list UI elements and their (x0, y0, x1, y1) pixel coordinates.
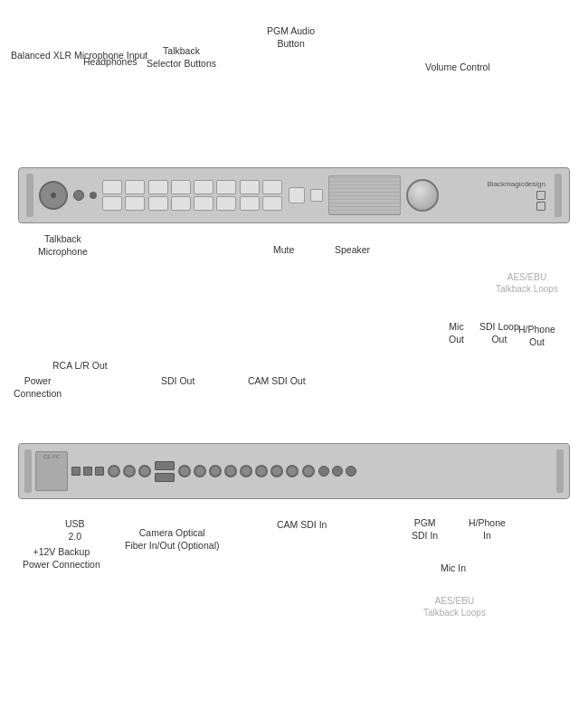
label-mute: Mute (273, 244, 294, 255)
label-plus12v: +12V BackupPower Connection (23, 546, 100, 571)
pgm-button[interactable] (289, 187, 305, 203)
bnc-group-1 (108, 465, 151, 477)
talkback-btn-3[interactable] (148, 180, 168, 194)
diagram-container: Balanced XLR Microphone Input Headphones… (0, 0, 588, 718)
optical-ports (155, 461, 175, 482)
front-panel: Blackmagicdesign (18, 167, 570, 223)
brand-logo: Blackmagicdesign (488, 180, 545, 188)
talkback-btn-9[interactable] (102, 196, 122, 211)
cam-bnc-6[interactable] (255, 465, 268, 477)
talkback-btn-12[interactable] (171, 196, 191, 211)
label-speaker: Speaker (335, 244, 370, 255)
label-pgm-sdi-in: PGMSDI In (412, 517, 438, 542)
port-3[interactable] (95, 467, 104, 476)
right-bracket (555, 174, 562, 217)
logo-area: Blackmagicdesign (444, 180, 549, 211)
hphone-in-jack[interactable] (318, 466, 329, 477)
rear-left-bracket (24, 449, 32, 493)
talkback-btn-14[interactable] (216, 196, 236, 211)
cam-bnc-2[interactable] (194, 465, 206, 477)
cam-bnc-4[interactable] (224, 465, 237, 477)
talkback-btn-16[interactable] (262, 196, 282, 211)
label-headphones: Headphones (83, 56, 138, 67)
talkback-btn-5[interactable] (194, 180, 213, 194)
cam-bnc-7[interactable] (270, 465, 283, 477)
label-volume-control: Volume Control (425, 61, 490, 72)
bnc-cam-group (178, 465, 299, 477)
label-hphone-in: H/PhoneIn (469, 517, 506, 542)
label-mic-out: MicOut (449, 321, 464, 345)
port-2[interactable] (83, 467, 92, 476)
label-power-conn: PowerConnection (14, 375, 62, 400)
label-hphone-out: H/PhoneOut (518, 324, 555, 348)
label-pgm-audio: PGM AudioButton (267, 25, 315, 50)
talkback-btn-11[interactable] (148, 196, 168, 211)
volume-knob[interactable] (406, 179, 439, 212)
bnc-2[interactable] (123, 465, 136, 477)
indicator-led (90, 192, 97, 199)
power-inlet: CE FC (35, 451, 68, 491)
label-talkback-selector: TalkbackSelector Buttons (147, 45, 216, 70)
cam-bnc-5[interactable] (240, 465, 252, 477)
speaker-grill (328, 175, 401, 215)
label-camera-optical: Camera OpticalFiber In/Out (Optional) (125, 527, 219, 552)
talkback-btn-7[interactable] (240, 180, 260, 194)
label-talkback-mic: TalkbackMicrophone (38, 233, 88, 258)
talkback-btn-1[interactable] (102, 180, 122, 194)
talkback-btn-4[interactable] (171, 180, 191, 194)
left-bracket (26, 174, 33, 217)
talkback-btn-15[interactable] (240, 196, 260, 211)
headphone-jack (73, 190, 84, 201)
cam-bnc-3[interactable] (209, 465, 222, 477)
label-rca-lr: RCA L/R Out (52, 360, 108, 373)
label-aes-ebu-top: AES/EBUTalkback Loops (496, 271, 558, 295)
cam-bnc-1[interactable] (178, 465, 191, 477)
bnc-3[interactable] (138, 465, 151, 477)
talkback-buttons (102, 180, 283, 211)
mic-in-jack-2[interactable] (346, 466, 356, 477)
cam-bnc-8[interactable] (286, 465, 299, 477)
optical-1[interactable] (155, 461, 175, 470)
label-cam-sdi-in: CAM SDI In (277, 519, 327, 530)
pgm-sdi-in-port[interactable] (302, 465, 315, 477)
mic-in-jack[interactable] (332, 466, 343, 477)
talkback-btn-6[interactable] (216, 180, 236, 194)
xlr-input (39, 181, 68, 210)
talkback-btn-2[interactable] (125, 180, 145, 194)
audio-jacks (318, 466, 356, 477)
label-cam-sdi-out: CAM SDI Out (248, 375, 306, 386)
usb-port[interactable] (71, 467, 81, 476)
rear-right-bracket (556, 449, 564, 493)
label-mic-in: Mic In (441, 562, 466, 573)
label-sdi-loop-out: SDI LoopOut (479, 321, 519, 345)
label-usb2: USB2.0 (65, 518, 85, 543)
bnc-1[interactable] (108, 465, 120, 477)
small-ports (71, 467, 104, 476)
optical-2[interactable] (155, 473, 175, 482)
talkback-btn-8[interactable] (262, 180, 282, 194)
talkback-btn-13[interactable] (194, 196, 213, 211)
mute-button[interactable] (310, 189, 323, 202)
talkback-btn-10[interactable] (125, 196, 145, 211)
label-aes-ebu-bottom: AES/EBUTalkback Loops (423, 595, 486, 619)
rear-panel: CE FC (18, 443, 570, 499)
label-sdi-out: SDI Out (161, 375, 194, 386)
